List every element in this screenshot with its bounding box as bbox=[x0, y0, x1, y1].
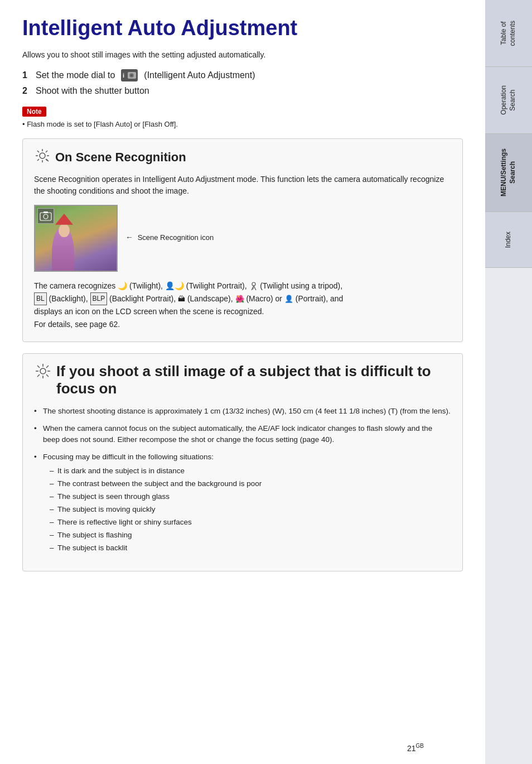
sub-bullet-2: The contrast between the subject and the… bbox=[50, 478, 451, 490]
backlight-label: (Backlight), bbox=[49, 294, 90, 303]
portrait-icon: 👤 bbox=[284, 295, 293, 303]
bullet-dot: • bbox=[22, 120, 27, 128]
focus-box: If you shoot a still image of a subject … bbox=[22, 353, 463, 571]
step-1-number: 1 bbox=[22, 70, 31, 80]
recognizes-suffix: displays an icon on the LCD screen when … bbox=[34, 307, 264, 316]
backlight-icon: BL bbox=[34, 292, 47, 305]
recognizes-prefix: The camera recognizes bbox=[34, 281, 118, 290]
sub-bullet-1: It is dark and the subject is in distanc… bbox=[50, 465, 451, 477]
scene-recognition-box: On Scene Recognition Scene Recognition o… bbox=[22, 138, 463, 342]
sub-bullet-7: The subject is backlit bbox=[50, 542, 451, 554]
scene-recognition-icon-overlay bbox=[37, 208, 54, 224]
macro-label: (Macro) or bbox=[246, 294, 284, 303]
svg-point-3 bbox=[130, 74, 133, 76]
sub-bullet-4: The subject is moving quickly bbox=[50, 504, 451, 516]
focus-bullet-1: The shortest shooting distance is approx… bbox=[34, 406, 451, 417]
twilight-icon: 🌙 bbox=[118, 281, 127, 290]
page-number: 21GB bbox=[407, 743, 424, 753]
arrow-icon: ← bbox=[125, 233, 133, 242]
svg-text:i: i bbox=[123, 72, 124, 79]
twilight-portrait-label: (Twilight Portrait), bbox=[186, 281, 249, 290]
step-1-suffix: (Intelligent Auto Adjustment) bbox=[144, 70, 255, 80]
tab-menu-settings-search[interactable]: MENU/SettingsSearch bbox=[485, 134, 532, 212]
note-badge: Note bbox=[22, 107, 46, 117]
focus-sub-list: It is dark and the subject is in distanc… bbox=[43, 465, 451, 554]
svg-line-26 bbox=[37, 366, 40, 368]
note-content: Flash mode is set to [Flash Auto] or [Fl… bbox=[27, 120, 178, 128]
focus-bullet-3: Focusing may be difficult in the followi… bbox=[34, 451, 451, 554]
svg-line-27 bbox=[46, 374, 49, 377]
svg-line-28 bbox=[46, 366, 49, 368]
svg-point-21 bbox=[40, 368, 46, 374]
focus-title-text: If you shoot a still image of a subject … bbox=[56, 363, 451, 397]
svg-point-17 bbox=[252, 282, 255, 286]
camera-recognizes-text: The camera recognizes 🌙 (Twilight), 👤🌙 (… bbox=[34, 280, 451, 330]
tab-index[interactable]: Index bbox=[485, 212, 532, 268]
tab-op-label: OperationSearch bbox=[497, 78, 519, 123]
tab-toc-label: Table ofcontents bbox=[497, 13, 519, 54]
macro-icon: 🌺 bbox=[235, 295, 244, 303]
backlight-portrait-icon: BLP bbox=[90, 292, 108, 305]
focus-bullet-list: The shortest shooting distance is approx… bbox=[34, 406, 451, 554]
page-content: Intelligent Auto Adjustment Allows you t… bbox=[0, 0, 485, 764]
scene-image-area: ← Scene Recognition icon bbox=[34, 205, 451, 272]
backlight-portrait-label: (Backlight Portrait), bbox=[109, 294, 178, 303]
svg-line-19 bbox=[254, 286, 256, 290]
scene-description: Scene Recognition operates in Intelligen… bbox=[34, 174, 451, 197]
scene-photo bbox=[34, 205, 118, 272]
svg-line-11 bbox=[46, 151, 47, 152]
sub-bullet-3: The subject is seen through glass bbox=[50, 491, 451, 503]
page-subtitle: Allows you to shoot still images with th… bbox=[22, 50, 463, 59]
focus-title: If you shoot a still image of a subject … bbox=[34, 363, 451, 397]
details-text: For details, see page 62. bbox=[34, 320, 120, 329]
scene-title: On Scene Recognition bbox=[34, 148, 451, 167]
svg-line-9 bbox=[37, 151, 39, 152]
scene-sun-icon bbox=[34, 148, 51, 167]
landscape-icon: 🏔 bbox=[178, 295, 185, 303]
page-title: Intelligent Auto Adjustment bbox=[22, 17, 463, 40]
twilight-label: (Twilight), bbox=[129, 281, 165, 290]
focus-bullet-2: When the camera cannot focus on the subj… bbox=[34, 423, 451, 446]
svg-point-4 bbox=[40, 153, 45, 158]
svg-line-12 bbox=[37, 159, 39, 161]
step-2: 2 Shoot with the shutter button bbox=[22, 86, 463, 96]
sub-bullet-5: There is reflective light or shiny surfa… bbox=[50, 517, 451, 528]
sub-bullet-6: The subject is flashing bbox=[50, 530, 451, 541]
twilight-portrait-icon: 👤🌙 bbox=[165, 281, 184, 290]
step-2-number: 2 bbox=[22, 86, 31, 96]
focus-sun-icon bbox=[34, 363, 52, 383]
svg-line-29 bbox=[37, 374, 40, 377]
tab-menu-label: MENU/SettingsSearch bbox=[497, 141, 519, 204]
step-2-text: Shoot with the shutter button bbox=[36, 86, 149, 96]
twilight-tripod-icon bbox=[249, 282, 260, 290]
step-1-text: Set the mode dial to bbox=[36, 70, 115, 80]
landscape-label: (Landscape), bbox=[187, 294, 235, 303]
note-section: Note • Flash mode is set to [Flash Auto]… bbox=[22, 106, 463, 128]
scene-icon-label: ← Scene Recognition icon bbox=[125, 205, 214, 242]
twilight-tripod-label: (Twilight using a tripod), bbox=[260, 281, 342, 290]
sidebar-tabs: Table ofcontents OperationSearch MENU/Se… bbox=[485, 0, 532, 764]
tab-operation-search[interactable]: OperationSearch bbox=[485, 67, 532, 134]
tab-table-of-contents[interactable]: Table ofcontents bbox=[485, 0, 532, 67]
step-1: 1 Set the mode dial to i (Intelligent Au… bbox=[22, 69, 463, 81]
portrait-label: (Portrait), and bbox=[296, 294, 344, 303]
note-text: • Flash mode is set to [Flash Auto] or [… bbox=[22, 120, 463, 128]
svg-point-15 bbox=[43, 214, 48, 219]
scene-title-text: On Scene Recognition bbox=[55, 150, 186, 165]
mode-dial-icon: i bbox=[121, 69, 138, 81]
svg-rect-16 bbox=[43, 212, 48, 213]
svg-rect-14 bbox=[40, 213, 51, 220]
page-suffix: GB bbox=[416, 743, 424, 749]
scene-caption-text: Scene Recognition icon bbox=[138, 233, 214, 242]
tab-index-label: Index bbox=[502, 224, 515, 256]
